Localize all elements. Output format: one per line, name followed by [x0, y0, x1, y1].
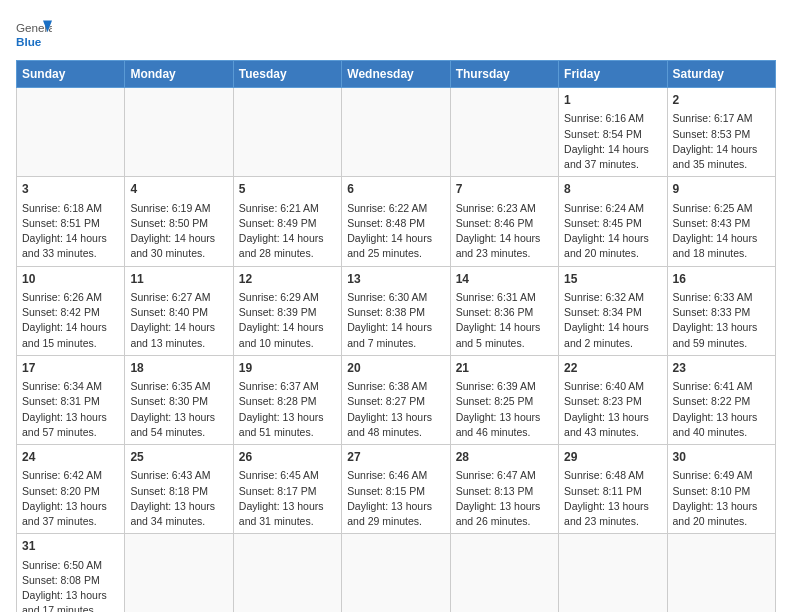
day-number: 14 [456, 271, 553, 288]
calendar-cell: 22Sunrise: 6:40 AM Sunset: 8:23 PM Dayli… [559, 355, 667, 444]
day-number: 15 [564, 271, 661, 288]
day-number: 16 [673, 271, 770, 288]
calendar-cell [233, 534, 341, 612]
day-sun-info: Sunrise: 6:38 AM Sunset: 8:27 PM Dayligh… [347, 380, 432, 438]
day-sun-info: Sunrise: 6:19 AM Sunset: 8:50 PM Dayligh… [130, 202, 215, 260]
day-number: 8 [564, 181, 661, 198]
day-sun-info: Sunrise: 6:47 AM Sunset: 8:13 PM Dayligh… [456, 469, 541, 527]
calendar-cell: 19Sunrise: 6:37 AM Sunset: 8:28 PM Dayli… [233, 355, 341, 444]
day-number: 23 [673, 360, 770, 377]
day-number: 11 [130, 271, 227, 288]
calendar-cell: 1Sunrise: 6:16 AM Sunset: 8:54 PM Daylig… [559, 88, 667, 177]
calendar-cell: 27Sunrise: 6:46 AM Sunset: 8:15 PM Dayli… [342, 445, 450, 534]
day-sun-info: Sunrise: 6:50 AM Sunset: 8:08 PM Dayligh… [22, 559, 107, 612]
calendar-cell: 16Sunrise: 6:33 AM Sunset: 8:33 PM Dayli… [667, 266, 775, 355]
calendar-cell: 17Sunrise: 6:34 AM Sunset: 8:31 PM Dayli… [17, 355, 125, 444]
calendar-cell: 12Sunrise: 6:29 AM Sunset: 8:39 PM Dayli… [233, 266, 341, 355]
day-number: 29 [564, 449, 661, 466]
weekday-header-thursday: Thursday [450, 61, 558, 88]
calendar-cell: 11Sunrise: 6:27 AM Sunset: 8:40 PM Dayli… [125, 266, 233, 355]
day-sun-info: Sunrise: 6:31 AM Sunset: 8:36 PM Dayligh… [456, 291, 541, 349]
day-sun-info: Sunrise: 6:46 AM Sunset: 8:15 PM Dayligh… [347, 469, 432, 527]
day-number: 9 [673, 181, 770, 198]
day-sun-info: Sunrise: 6:23 AM Sunset: 8:46 PM Dayligh… [456, 202, 541, 260]
logo: General Blue [16, 16, 52, 52]
day-number: 27 [347, 449, 444, 466]
calendar-week-row: 3Sunrise: 6:18 AM Sunset: 8:51 PM Daylig… [17, 177, 776, 266]
day-number: 1 [564, 92, 661, 109]
day-number: 20 [347, 360, 444, 377]
day-sun-info: Sunrise: 6:17 AM Sunset: 8:53 PM Dayligh… [673, 112, 758, 170]
weekday-header-wednesday: Wednesday [342, 61, 450, 88]
calendar-cell [559, 534, 667, 612]
day-sun-info: Sunrise: 6:21 AM Sunset: 8:49 PM Dayligh… [239, 202, 324, 260]
day-sun-info: Sunrise: 6:43 AM Sunset: 8:18 PM Dayligh… [130, 469, 215, 527]
day-number: 28 [456, 449, 553, 466]
calendar-cell: 15Sunrise: 6:32 AM Sunset: 8:34 PM Dayli… [559, 266, 667, 355]
calendar-week-row: 17Sunrise: 6:34 AM Sunset: 8:31 PM Dayli… [17, 355, 776, 444]
day-sun-info: Sunrise: 6:32 AM Sunset: 8:34 PM Dayligh… [564, 291, 649, 349]
day-sun-info: Sunrise: 6:49 AM Sunset: 8:10 PM Dayligh… [673, 469, 758, 527]
calendar-cell [17, 88, 125, 177]
day-number: 19 [239, 360, 336, 377]
calendar-week-row: 1Sunrise: 6:16 AM Sunset: 8:54 PM Daylig… [17, 88, 776, 177]
calendar-cell: 3Sunrise: 6:18 AM Sunset: 8:51 PM Daylig… [17, 177, 125, 266]
calendar-cell: 7Sunrise: 6:23 AM Sunset: 8:46 PM Daylig… [450, 177, 558, 266]
day-number: 22 [564, 360, 661, 377]
day-sun-info: Sunrise: 6:41 AM Sunset: 8:22 PM Dayligh… [673, 380, 758, 438]
weekday-header-row: SundayMondayTuesdayWednesdayThursdayFrid… [17, 61, 776, 88]
calendar-cell: 4Sunrise: 6:19 AM Sunset: 8:50 PM Daylig… [125, 177, 233, 266]
day-sun-info: Sunrise: 6:35 AM Sunset: 8:30 PM Dayligh… [130, 380, 215, 438]
calendar-cell [233, 88, 341, 177]
calendar-cell: 18Sunrise: 6:35 AM Sunset: 8:30 PM Dayli… [125, 355, 233, 444]
calendar-cell: 13Sunrise: 6:30 AM Sunset: 8:38 PM Dayli… [342, 266, 450, 355]
weekday-header-saturday: Saturday [667, 61, 775, 88]
calendar-cell: 31Sunrise: 6:50 AM Sunset: 8:08 PM Dayli… [17, 534, 125, 612]
day-sun-info: Sunrise: 6:26 AM Sunset: 8:42 PM Dayligh… [22, 291, 107, 349]
calendar-cell: 9Sunrise: 6:25 AM Sunset: 8:43 PM Daylig… [667, 177, 775, 266]
day-number: 2 [673, 92, 770, 109]
calendar-cell: 2Sunrise: 6:17 AM Sunset: 8:53 PM Daylig… [667, 88, 775, 177]
day-sun-info: Sunrise: 6:33 AM Sunset: 8:33 PM Dayligh… [673, 291, 758, 349]
svg-text:Blue: Blue [16, 35, 42, 48]
day-sun-info: Sunrise: 6:25 AM Sunset: 8:43 PM Dayligh… [673, 202, 758, 260]
calendar-cell: 6Sunrise: 6:22 AM Sunset: 8:48 PM Daylig… [342, 177, 450, 266]
day-number: 21 [456, 360, 553, 377]
day-number: 4 [130, 181, 227, 198]
calendar-week-row: 24Sunrise: 6:42 AM Sunset: 8:20 PM Dayli… [17, 445, 776, 534]
day-number: 30 [673, 449, 770, 466]
calendar-cell: 10Sunrise: 6:26 AM Sunset: 8:42 PM Dayli… [17, 266, 125, 355]
day-number: 26 [239, 449, 336, 466]
day-sun-info: Sunrise: 6:40 AM Sunset: 8:23 PM Dayligh… [564, 380, 649, 438]
calendar-cell: 29Sunrise: 6:48 AM Sunset: 8:11 PM Dayli… [559, 445, 667, 534]
day-sun-info: Sunrise: 6:48 AM Sunset: 8:11 PM Dayligh… [564, 469, 649, 527]
weekday-header-monday: Monday [125, 61, 233, 88]
calendar-cell: 5Sunrise: 6:21 AM Sunset: 8:49 PM Daylig… [233, 177, 341, 266]
day-number: 31 [22, 538, 119, 555]
day-sun-info: Sunrise: 6:16 AM Sunset: 8:54 PM Dayligh… [564, 112, 649, 170]
day-number: 12 [239, 271, 336, 288]
day-sun-info: Sunrise: 6:29 AM Sunset: 8:39 PM Dayligh… [239, 291, 324, 349]
day-sun-info: Sunrise: 6:37 AM Sunset: 8:28 PM Dayligh… [239, 380, 324, 438]
calendar-cell: 14Sunrise: 6:31 AM Sunset: 8:36 PM Dayli… [450, 266, 558, 355]
day-number: 17 [22, 360, 119, 377]
day-sun-info: Sunrise: 6:27 AM Sunset: 8:40 PM Dayligh… [130, 291, 215, 349]
weekday-header-tuesday: Tuesday [233, 61, 341, 88]
day-number: 25 [130, 449, 227, 466]
calendar-cell: 21Sunrise: 6:39 AM Sunset: 8:25 PM Dayli… [450, 355, 558, 444]
calendar-week-row: 31Sunrise: 6:50 AM Sunset: 8:08 PM Dayli… [17, 534, 776, 612]
day-number: 24 [22, 449, 119, 466]
calendar-cell: 26Sunrise: 6:45 AM Sunset: 8:17 PM Dayli… [233, 445, 341, 534]
day-number: 7 [456, 181, 553, 198]
calendar-table: SundayMondayTuesdayWednesdayThursdayFrid… [16, 60, 776, 612]
weekday-header-friday: Friday [559, 61, 667, 88]
day-sun-info: Sunrise: 6:39 AM Sunset: 8:25 PM Dayligh… [456, 380, 541, 438]
calendar-cell [342, 88, 450, 177]
day-number: 6 [347, 181, 444, 198]
calendar-cell: 20Sunrise: 6:38 AM Sunset: 8:27 PM Dayli… [342, 355, 450, 444]
day-sun-info: Sunrise: 6:18 AM Sunset: 8:51 PM Dayligh… [22, 202, 107, 260]
calendar-cell [342, 534, 450, 612]
generalblue-logo-icon: General Blue [16, 16, 52, 52]
day-sun-info: Sunrise: 6:22 AM Sunset: 8:48 PM Dayligh… [347, 202, 432, 260]
day-sun-info: Sunrise: 6:30 AM Sunset: 8:38 PM Dayligh… [347, 291, 432, 349]
